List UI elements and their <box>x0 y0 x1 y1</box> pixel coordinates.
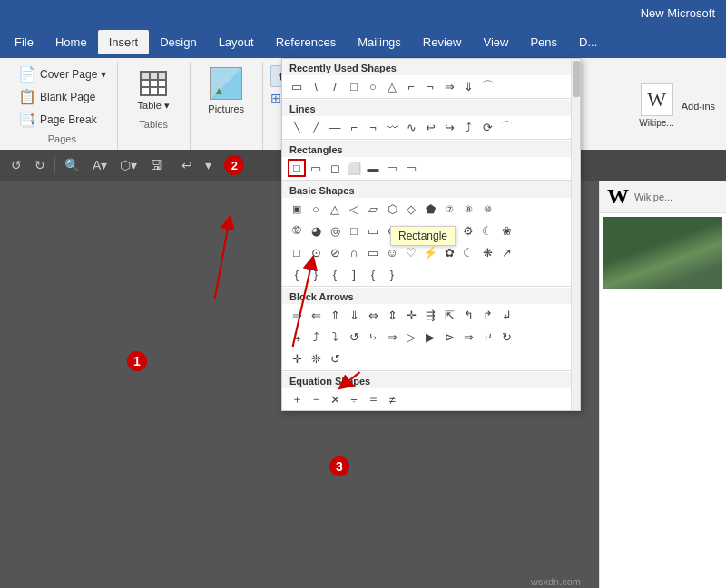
line-diag2[interactable]: ╱ <box>307 118 325 136</box>
basic5[interactable]: ▱ <box>364 200 382 218</box>
ba2[interactable]: ⇐ <box>307 306 325 324</box>
ba27[interactable]: ↺ <box>326 349 344 368</box>
basic31[interactable]: ⚡ <box>421 243 439 261</box>
shape-arc[interactable]: ⌒ <box>478 77 496 95</box>
line-horiz[interactable]: — <box>326 118 344 136</box>
ba1[interactable]: ⇒ <box>288 306 306 324</box>
rect3[interactable]: ◻ <box>326 159 344 177</box>
ba25[interactable]: ✛ <box>288 349 306 368</box>
line-s2[interactable]: ↪ <box>440 118 458 136</box>
line-step2[interactable]: ¬ <box>364 118 382 136</box>
ba17[interactable]: ⤷ <box>364 328 382 346</box>
shape-arrow2[interactable]: ⇓ <box>459 77 477 95</box>
basic14[interactable]: ◎ <box>326 221 344 240</box>
menu-view[interactable]: View <box>472 30 519 54</box>
ba3[interactable]: ⇑ <box>326 306 344 324</box>
basic16[interactable]: ▭ <box>364 221 382 240</box>
blank-page-button[interactable]: 📋 Blank Page <box>15 86 110 107</box>
rect4[interactable]: ⬜ <box>345 159 363 177</box>
wiki-btn[interactable]: W Wikipe... <box>639 83 673 128</box>
basic24[interactable]: □ <box>288 243 306 261</box>
basic38[interactable]: { <box>326 265 344 283</box>
line-curve[interactable]: ∿ <box>402 118 420 136</box>
menu-file[interactable]: File <box>4 30 44 54</box>
menu-design[interactable]: Design <box>149 30 207 54</box>
menu-mailings[interactable]: Mailings <box>347 30 412 54</box>
basic27[interactable]: ∩ <box>345 243 363 261</box>
ba10[interactable]: ↰ <box>459 306 477 324</box>
basic1[interactable]: ▣ <box>288 200 306 218</box>
ba19[interactable]: ▷ <box>402 328 420 346</box>
basic13[interactable]: ◕ <box>307 221 325 240</box>
cover-page-button[interactable]: 📄 Cover Page ▾ <box>15 64 110 84</box>
toolbar-font[interactable]: A▾ <box>89 156 111 174</box>
rect5[interactable]: ▬ <box>364 159 382 177</box>
basic35[interactable]: ↗ <box>497 243 515 261</box>
ba5[interactable]: ⇔ <box>364 306 382 324</box>
basic33[interactable]: ☾ <box>459 243 477 261</box>
ba22[interactable]: ⇒ <box>459 328 477 346</box>
table-button[interactable]: Table ▾ <box>131 64 177 115</box>
shape-line1[interactable]: \ <box>307 77 325 95</box>
basic6[interactable]: ⬡ <box>383 200 401 218</box>
toolbar-save[interactable]: 🖫 <box>146 156 166 174</box>
ba24[interactable]: ↻ <box>497 328 515 346</box>
eq6[interactable]: ≠ <box>383 390 401 408</box>
basic11[interactable]: ⑩ <box>478 200 496 218</box>
basic23[interactable]: ❀ <box>497 221 515 240</box>
shape-square[interactable]: □ <box>345 77 363 95</box>
shape-line2[interactable]: / <box>326 77 344 95</box>
toolbar-redo[interactable]: ↻ <box>31 156 49 174</box>
basic2[interactable]: ○ <box>307 200 325 218</box>
eq4[interactable]: ÷ <box>345 390 363 408</box>
basic32[interactable]: ✿ <box>440 243 458 261</box>
basic8[interactable]: ⬟ <box>421 200 439 218</box>
toolbar-undo[interactable]: ↩ <box>178 156 196 174</box>
menu-more[interactable]: D... <box>568 30 608 54</box>
basic10[interactable]: ⑧ <box>459 200 477 218</box>
basic26[interactable]: ⊘ <box>326 243 344 261</box>
eq1[interactable]: ＋ <box>288 390 306 408</box>
toolbar-more[interactable]: ▾ <box>201 156 215 174</box>
toolbar-shape[interactable]: ⬡▾ <box>116 156 141 174</box>
basic3[interactable]: △ <box>326 200 344 218</box>
line-s1[interactable]: ↩ <box>421 118 439 136</box>
scrollbar-thumb[interactable] <box>573 61 580 97</box>
basic29[interactable]: ☺ <box>383 243 401 261</box>
ba11[interactable]: ↱ <box>478 306 496 324</box>
toolbar-refresh[interactable]: ↺ <box>7 156 25 174</box>
basic4[interactable]: ◁ <box>345 200 363 218</box>
ba6[interactable]: ⇕ <box>383 306 401 324</box>
ba9[interactable]: ⇱ <box>440 306 458 324</box>
rect7[interactable]: ▭ <box>402 159 420 177</box>
line-step1[interactable]: ⌐ <box>345 118 363 136</box>
ba14[interactable]: ⤴ <box>307 328 325 346</box>
menu-home[interactable]: Home <box>44 30 98 54</box>
menu-layout[interactable]: Layout <box>208 30 265 54</box>
basic30[interactable]: ♡ <box>402 243 420 261</box>
basic22[interactable]: ☾ <box>478 221 496 240</box>
ba23[interactable]: ⤶ <box>478 328 496 346</box>
menu-review[interactable]: Review <box>412 30 473 54</box>
shapes-scrollbar[interactable] <box>571 59 580 410</box>
shape-circle[interactable]: ○ <box>364 77 382 95</box>
ba12[interactable]: ↲ <box>497 306 515 324</box>
ba18[interactable]: ⇒ <box>383 328 401 346</box>
eq5[interactable]: ＝ <box>364 390 382 408</box>
menu-insert[interactable]: Insert <box>98 30 150 54</box>
line-s4[interactable]: ⟳ <box>478 118 496 136</box>
basic41[interactable]: } <box>383 265 401 283</box>
toolbar-zoom[interactable]: 🔍 <box>61 156 83 174</box>
eq2[interactable]: － <box>307 390 325 408</box>
line-wave[interactable]: 〰 <box>383 118 401 136</box>
rect6[interactable]: ▭ <box>383 159 401 177</box>
rect1[interactable]: □ <box>288 159 306 177</box>
basic40[interactable]: { <box>364 265 382 283</box>
page-break-button[interactable]: 📑 Page Break <box>15 109 110 130</box>
shape-triangle[interactable]: △ <box>383 77 401 95</box>
shape-arrow1[interactable]: ⇒ <box>440 77 458 95</box>
basic9[interactable]: ⑦ <box>440 200 458 218</box>
line-s5[interactable]: ⌒ <box>497 118 515 136</box>
pictures-button[interactable]: Pictures <box>199 64 253 118</box>
line-s3[interactable]: ⤴ <box>459 118 477 136</box>
